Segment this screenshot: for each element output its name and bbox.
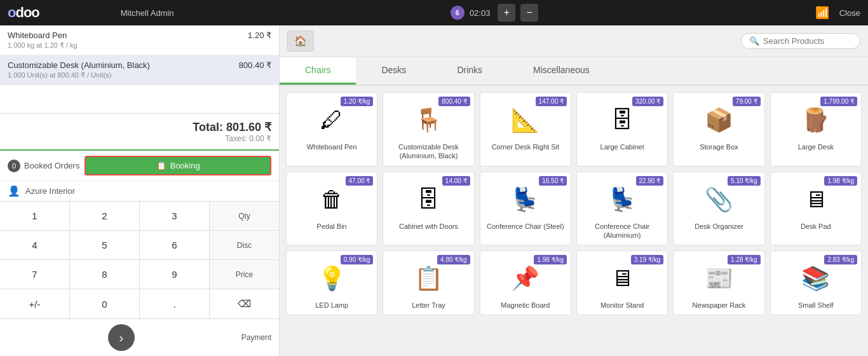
numpad-disc[interactable]: Disc bbox=[210, 231, 279, 259]
product-card[interactable]: 79.00 ₹ 📦 Storage Box bbox=[673, 92, 764, 167]
product-card[interactable]: 3.19 ₹/kg 🖥 Monitor Stand bbox=[576, 250, 668, 315]
product-price-badge: 5.10 ₹/kg bbox=[728, 176, 761, 186]
product-price-badge: 14.00 ₹ bbox=[442, 176, 470, 186]
tab-chairs[interactable]: Chairs bbox=[280, 57, 356, 85]
tab-desks[interactable]: Desks bbox=[356, 57, 431, 85]
numpad-1[interactable]: 1 bbox=[0, 202, 69, 230]
product-name: Large Desk bbox=[798, 142, 834, 151]
customer-icon: 👤 bbox=[8, 185, 20, 197]
product-card[interactable]: 320.00 ₹ 🗄 Large Cabinet bbox=[576, 92, 668, 167]
product-price-badge: 79.00 ₹ bbox=[733, 97, 761, 106]
total-section: Total: 801.60 ₹ Taxes: 0.00 ₹ bbox=[0, 113, 279, 149]
line-price: 800.40 ₹ bbox=[239, 60, 271, 70]
payment-row: › Payment bbox=[0, 318, 279, 356]
booking-icon: 📋 bbox=[156, 161, 166, 170]
product-price-badge: 1.20 ₹/kg bbox=[341, 97, 374, 106]
numpad-price[interactable]: Price bbox=[210, 260, 279, 289]
close-button[interactable]: Close bbox=[839, 8, 860, 18]
product-card[interactable]: 1.20 ₹/kg 🖊 Whiteboard Pen bbox=[286, 92, 377, 167]
product-price-badge: 47.00 ₹ bbox=[346, 176, 374, 186]
payment-label: Payment bbox=[241, 333, 271, 342]
total-amount: Total: 801.60 ₹ bbox=[8, 120, 271, 134]
search-icon: 🔍 bbox=[749, 36, 759, 46]
numpad: 1 2 3 Qty 4 5 6 Disc 7 8 9 Price +/- 0 .… bbox=[0, 201, 279, 318]
left-panel: Whiteboard Pen 1.000 kg at 1.20 ₹ / kg 1… bbox=[0, 25, 280, 356]
product-price-badge: 4.80 ₹/kg bbox=[437, 255, 470, 264]
booking-button[interactable]: 📋 Booking bbox=[85, 156, 271, 175]
numpad-4[interactable]: 4 bbox=[0, 231, 69, 259]
product-card[interactable]: 1,799.00 ₹ 🪵 Large Desk bbox=[770, 92, 862, 167]
numpad-0[interactable]: 0 bbox=[70, 289, 139, 318]
product-name: Large Cabinet bbox=[600, 142, 644, 151]
product-name: Desk Organizer bbox=[695, 222, 743, 231]
numpad-5[interactable]: 5 bbox=[70, 231, 139, 259]
product-card[interactable]: 1.28 ₹/kg 📰 Newspaper Rack bbox=[673, 250, 764, 315]
order-lines: Whiteboard Pen 1.000 kg at 1.20 ₹ / kg 1… bbox=[0, 25, 279, 113]
product-name: Conference Chair (Aluminium) bbox=[582, 222, 662, 240]
product-price-badge: 3.19 ₹/kg bbox=[631, 255, 664, 264]
product-card[interactable]: 0.90 ₹/kg 💡 LED Lamp bbox=[286, 250, 377, 315]
product-card[interactable]: 4.80 ₹/kg 📋 Letter Tray bbox=[383, 250, 474, 315]
numpad-8[interactable]: 8 bbox=[70, 260, 139, 289]
product-name: Pedal Bin bbox=[317, 222, 347, 231]
booked-orders-label: Booked Orders bbox=[24, 161, 79, 170]
numpad-2[interactable]: 2 bbox=[70, 202, 139, 230]
product-card[interactable]: 1.98 ₹/kg 📌 Magnetic Board bbox=[480, 250, 571, 315]
product-price-badge: 147.00 ₹ bbox=[536, 97, 567, 106]
numpad-7[interactable]: 7 bbox=[0, 260, 69, 289]
session-badge: 6 bbox=[451, 6, 465, 20]
order-line[interactable]: Customizable Desk (Aluminium, Black) 1.0… bbox=[0, 55, 279, 85]
search-box[interactable]: 🔍 bbox=[741, 33, 860, 49]
product-card[interactable]: 1.98 ₹/kg 🖥 Desk Pad bbox=[770, 172, 862, 246]
product-card[interactable]: 47.00 ₹ 🗑 Pedal Bin bbox=[286, 172, 377, 246]
numpad-plusminus[interactable]: +/- bbox=[0, 289, 69, 318]
numpad-3[interactable]: 3 bbox=[140, 202, 209, 230]
numpad-6[interactable]: 6 bbox=[140, 231, 209, 259]
product-name: Corner Desk Right Sit bbox=[492, 142, 559, 151]
taxes-amount: Taxes: 0.00 ₹ bbox=[8, 134, 271, 143]
product-card[interactable]: 14.00 ₹ 🗄 Cabinet with Doors bbox=[383, 172, 474, 246]
product-price-badge: 1.28 ₹/kg bbox=[728, 255, 761, 264]
product-card[interactable]: 800.40 ₹ 🪑 Customizable Desk (Aluminium,… bbox=[383, 92, 474, 167]
products-grid: 1.20 ₹/kg 🖊 Whiteboard Pen 800.40 ₹ 🪑 Cu… bbox=[280, 86, 868, 356]
product-name: Conference Chair (Steel) bbox=[487, 222, 564, 231]
tab-drinks[interactable]: Drinks bbox=[431, 57, 508, 85]
booked-orders: 0 Booked Orders bbox=[8, 160, 79, 172]
product-card[interactable]: 147.00 ₹ 📐 Corner Desk Right Sit bbox=[480, 92, 571, 167]
line-name: Customizable Desk (Aluminium, Black) bbox=[8, 60, 150, 70]
admin-name: Mitchell Admin bbox=[121, 8, 174, 18]
product-card[interactable]: 5.10 ₹/kg 📎 Desk Organizer bbox=[673, 172, 764, 246]
product-price-badge: 800.40 ₹ bbox=[438, 97, 470, 106]
odoo-logo: odoo bbox=[8, 4, 39, 21]
product-name: LED Lamp bbox=[315, 301, 348, 310]
numpad-dot[interactable]: . bbox=[140, 289, 209, 318]
nav-forward-button[interactable]: › bbox=[108, 324, 135, 351]
product-name: Storage Box bbox=[700, 142, 738, 151]
numpad-backspace[interactable]: ⌫ bbox=[210, 289, 279, 318]
customer-section[interactable]: 👤 Azure Interior bbox=[0, 181, 279, 201]
product-price-badge: 22.90 ₹ bbox=[636, 176, 664, 186]
product-name: Customizable Desk (Aluminium, Black) bbox=[388, 142, 468, 161]
product-name: Monitor Stand bbox=[600, 301, 644, 310]
tab-miscellaneous[interactable]: Miscellaneous bbox=[508, 57, 615, 85]
product-card[interactable]: 16.50 ₹ 💺 Conference Chair (Steel) bbox=[480, 172, 571, 246]
product-name: Newspaper Rack bbox=[693, 301, 746, 310]
line-name: Whiteboard Pen bbox=[8, 31, 78, 40]
session-timer: 02:03 bbox=[470, 8, 491, 18]
home-button[interactable]: 🏠 bbox=[287, 31, 314, 51]
add-session-button[interactable]: + bbox=[498, 4, 515, 22]
product-name: Whiteboard Pen bbox=[307, 142, 357, 151]
product-name: Desk Pad bbox=[801, 222, 831, 231]
topbar: odoo Mitchell Admin 6 02:03 + − 📶 Close bbox=[0, 0, 868, 25]
product-name: Small Shelf bbox=[798, 301, 834, 310]
line-detail: 1.000 kg at 1.20 ₹ / kg bbox=[8, 41, 78, 50]
product-price-badge: 1,799.00 ₹ bbox=[820, 97, 857, 106]
line-detail: 1.000 Unit(s) at 800.40 ₹ / Unit(s) bbox=[8, 71, 150, 79]
product-card[interactable]: 22.90 ₹ 💺 Conference Chair (Aluminium) bbox=[576, 172, 668, 246]
search-input[interactable] bbox=[763, 36, 852, 46]
minus-session-button[interactable]: − bbox=[520, 4, 538, 22]
order-line[interactable]: Whiteboard Pen 1.000 kg at 1.20 ₹ / kg 1… bbox=[0, 25, 279, 55]
numpad-qty[interactable]: Qty bbox=[210, 202, 279, 230]
numpad-9[interactable]: 9 bbox=[140, 260, 209, 289]
product-card[interactable]: 2.83 ₹/kg 📚 Small Shelf bbox=[770, 250, 862, 315]
